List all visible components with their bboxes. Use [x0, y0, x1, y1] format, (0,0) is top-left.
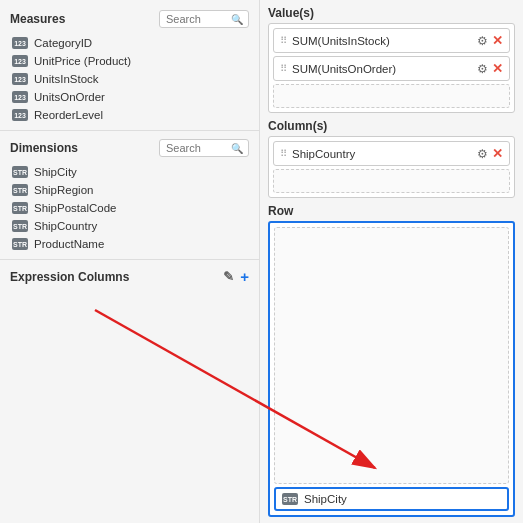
- gear-icon-values-0[interactable]: ⚙: [477, 34, 488, 48]
- remove-icon-values-0[interactable]: ✕: [492, 33, 503, 48]
- gear-icon-values-1[interactable]: ⚙: [477, 62, 488, 76]
- columns-empty-drop[interactable]: [273, 169, 510, 193]
- dimensions-field-list: STR ShipCity STR ShipRegion STR ShipPost…: [0, 161, 259, 255]
- field-item-unitsonorder[interactable]: 123 UnitsOnOrder: [0, 88, 259, 106]
- expression-columns-header: Expression Columns ✎ +: [0, 264, 259, 289]
- field-label-unitprice: UnitPrice (Product): [34, 55, 131, 67]
- field-label-productname: ProductName: [34, 238, 104, 250]
- section-divider-1: [0, 130, 259, 131]
- measures-search-icon: 🔍: [231, 14, 243, 25]
- columns-item-0[interactable]: ⠿ ShipCountry ⚙ ✕: [273, 141, 510, 166]
- field-badge-productname: STR: [12, 238, 28, 250]
- row-drop-zone[interactable]: STR ShipCity: [268, 221, 515, 517]
- row-item-0[interactable]: STR ShipCity: [274, 487, 509, 511]
- remove-icon-columns-0[interactable]: ✕: [492, 146, 503, 161]
- field-item-unitprice[interactable]: 123 UnitPrice (Product): [0, 52, 259, 70]
- expr-add-button[interactable]: +: [240, 268, 249, 285]
- remove-icon-values-1[interactable]: ✕: [492, 61, 503, 76]
- drag-handle-columns-0: ⠿: [280, 148, 287, 159]
- field-item-reorderlevel[interactable]: 123 ReorderLevel: [0, 106, 259, 124]
- measures-section-header: Measures 🔍: [0, 6, 259, 32]
- field-item-shipregion[interactable]: STR ShipRegion: [0, 181, 259, 199]
- field-badge-unitsonorder: 123: [12, 91, 28, 103]
- drag-handle-values-0: ⠿: [280, 35, 287, 46]
- field-item-unitsinstock[interactable]: 123 UnitsInStock: [0, 70, 259, 88]
- expr-icons: ✎ +: [223, 268, 249, 285]
- field-item-shipcountry[interactable]: STR ShipCountry: [0, 217, 259, 235]
- field-label-shipcountry: ShipCountry: [34, 220, 97, 232]
- field-item-shipcity[interactable]: STR ShipCity: [0, 163, 259, 181]
- field-badge-shipcity: STR: [12, 166, 28, 178]
- expr-columns-title: Expression Columns: [10, 270, 129, 284]
- values-drop-zone[interactable]: ⠿ SUM(UnitsInStock) ⚙ ✕ ⠿ SUM(UnitsOnOrd…: [268, 23, 515, 113]
- field-label-unitsinstock: UnitsInStock: [34, 73, 99, 85]
- field-label-unitsonorder: UnitsOnOrder: [34, 91, 105, 103]
- drag-handle-values-1: ⠿: [280, 63, 287, 74]
- field-item-shippostalcode[interactable]: STR ShipPostalCode: [0, 199, 259, 217]
- field-badge-shipregion: STR: [12, 184, 28, 196]
- measures-search-input[interactable]: [166, 13, 231, 25]
- expr-edit-icon[interactable]: ✎: [223, 269, 234, 284]
- dimensions-search-box[interactable]: 🔍: [159, 139, 249, 157]
- measures-search-box[interactable]: 🔍: [159, 10, 249, 28]
- measures-title: Measures: [10, 12, 65, 26]
- field-item-categoryid[interactable]: 123 CategoryID: [0, 34, 259, 52]
- values-empty-drop[interactable]: [273, 84, 510, 108]
- left-panel: Measures 🔍 123 CategoryID 123 UnitPrice …: [0, 0, 260, 523]
- right-panel: Value(s) ⠿ SUM(UnitsInStock) ⚙ ✕ ⠿ SUM(U…: [260, 0, 523, 523]
- values-item-label-1: SUM(UnitsOnOrder): [292, 63, 477, 75]
- dimensions-section-header: Dimensions 🔍: [0, 135, 259, 161]
- field-badge-unitprice: 123: [12, 55, 28, 67]
- field-label-categoryid: CategoryID: [34, 37, 92, 49]
- row-empty-area[interactable]: [274, 227, 509, 484]
- field-label-shipcity: ShipCity: [34, 166, 77, 178]
- field-label-shipregion: ShipRegion: [34, 184, 93, 196]
- columns-title: Column(s): [268, 119, 515, 133]
- field-label-reorderlevel: ReorderLevel: [34, 109, 103, 121]
- section-divider-2: [0, 259, 259, 260]
- row-item-badge-0: STR: [282, 493, 298, 505]
- columns-drop-zone[interactable]: ⠿ ShipCountry ⚙ ✕: [268, 136, 515, 198]
- columns-section: Column(s) ⠿ ShipCountry ⚙ ✕: [268, 119, 515, 198]
- values-title: Value(s): [268, 6, 515, 20]
- values-item-1[interactable]: ⠿ SUM(UnitsOnOrder) ⚙ ✕: [273, 56, 510, 81]
- field-item-productname[interactable]: STR ProductName: [0, 235, 259, 253]
- dimensions-search-icon: 🔍: [231, 143, 243, 154]
- field-badge-shippostalcode: STR: [12, 202, 28, 214]
- row-title: Row: [268, 204, 515, 218]
- values-section: Value(s) ⠿ SUM(UnitsInStock) ⚙ ✕ ⠿ SUM(U…: [268, 6, 515, 113]
- measures-field-list: 123 CategoryID 123 UnitPrice (Product) 1…: [0, 32, 259, 126]
- dimensions-title: Dimensions: [10, 141, 78, 155]
- field-badge-unitsinstock: 123: [12, 73, 28, 85]
- values-item-0[interactable]: ⠿ SUM(UnitsInStock) ⚙ ✕: [273, 28, 510, 53]
- field-badge-reorderlevel: 123: [12, 109, 28, 121]
- field-badge-categoryid: 123: [12, 37, 28, 49]
- row-section: Row STR ShipCity: [268, 204, 515, 517]
- field-label-shippostalcode: ShipPostalCode: [34, 202, 116, 214]
- field-badge-shipcountry: STR: [12, 220, 28, 232]
- dimensions-search-input[interactable]: [166, 142, 231, 154]
- values-item-label-0: SUM(UnitsInStock): [292, 35, 477, 47]
- columns-item-label-0: ShipCountry: [292, 148, 477, 160]
- gear-icon-columns-0[interactable]: ⚙: [477, 147, 488, 161]
- row-item-label-0: ShipCity: [304, 493, 347, 505]
